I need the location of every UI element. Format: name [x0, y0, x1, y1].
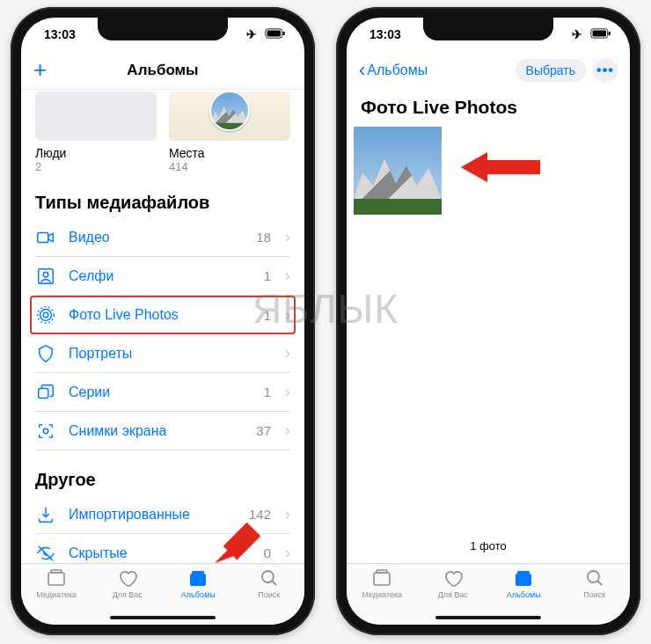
section-media-types: Типы медиафайлов	[35, 193, 290, 213]
airplane-icon: ✈︎	[572, 27, 582, 41]
chevron-right-icon: ›	[285, 267, 290, 285]
places-album[interactable]: Места 414	[169, 91, 290, 173]
hidden-icon	[35, 544, 56, 563]
section-other: Другое	[35, 470, 290, 490]
home-indicator	[435, 616, 541, 619]
svg-rect-27	[486, 160, 540, 174]
home-indicator	[110, 616, 216, 619]
back-button[interactable]: ‹ Альбомы	[359, 59, 428, 82]
row-label: Селфи	[69, 268, 252, 284]
places-title: Места	[169, 146, 290, 160]
svg-rect-3	[38, 232, 48, 242]
phone-left: 13:03 ✈︎ + Альбомы	[11, 7, 315, 635]
screen-right: 13:03 ✈︎ ‹ Альбомы	[347, 18, 630, 625]
annotation-arrow	[461, 145, 549, 193]
burst-icon	[35, 383, 56, 402]
navbar: + Альбомы	[21, 51, 304, 90]
svg-rect-4	[39, 268, 54, 283]
status-time: 13:03	[44, 27, 76, 41]
tab-label: Альбомы	[507, 590, 541, 599]
status-icons: ✈︎	[246, 27, 287, 41]
chevron-right-icon: ›	[285, 421, 290, 440]
add-button[interactable]: +	[33, 56, 47, 84]
svg-rect-24	[517, 571, 530, 574]
svg-rect-20	[609, 32, 611, 35]
status-icons: ✈︎	[572, 27, 612, 41]
svg-rect-12	[51, 570, 62, 573]
screenshot-icon	[35, 421, 56, 441]
row-label: Серии	[69, 384, 252, 400]
svg-rect-21	[374, 573, 390, 585]
select-button[interactable]: Выбрать	[516, 59, 586, 82]
row-bursts[interactable]: Серии 1 ›	[35, 373, 290, 412]
more-button[interactable]: •••	[593, 58, 618, 83]
status-time: 13:03	[369, 27, 401, 41]
row-count: 1	[264, 268, 271, 283]
tab-label: Для Вас	[438, 590, 468, 599]
row-screenshots[interactable]: Снимки экрана 37 ›	[35, 412, 290, 450]
navbar: ‹ Альбомы Выбрать •••	[347, 51, 630, 90]
tab-label: Альбомы	[181, 590, 216, 599]
tab-label: Поиск	[258, 590, 280, 599]
row-label: Видео	[69, 230, 244, 245]
battery-icon	[264, 27, 287, 41]
album-title: Фото Live Photos	[347, 90, 630, 127]
selfie-icon	[35, 267, 56, 286]
chevron-left-icon: ‹	[359, 59, 365, 82]
tab-search[interactable]: Поиск	[560, 567, 631, 625]
svg-point-7	[40, 310, 52, 321]
photo-thumbnail[interactable]	[354, 127, 442, 215]
airplane-icon: ✈︎	[246, 27, 257, 41]
svg-point-10	[43, 428, 48, 434]
portrait-icon	[35, 344, 56, 363]
row-live-photos[interactable]: Фото Live Photos 1 ›	[35, 297, 290, 333]
row-label: Снимки экрана	[69, 423, 244, 439]
row-label: Фото Live Photos	[69, 307, 252, 323]
places-count: 414	[169, 160, 290, 173]
tab-label: Медиатека	[36, 590, 77, 599]
phone-right: 13:03 ✈︎ ‹ Альбомы	[336, 7, 640, 635]
nav-title: Альбомы	[127, 62, 198, 79]
tab-label: Для Вас	[113, 590, 143, 599]
row-highlight: Фото Live Photos 1 ›	[30, 296, 296, 334]
svg-rect-23	[516, 574, 531, 586]
svg-rect-1	[267, 31, 281, 37]
row-count: 18	[256, 230, 271, 245]
live-photos-icon	[35, 305, 56, 325]
svg-marker-26	[461, 152, 487, 182]
tab-library[interactable]: Медиатека	[21, 567, 92, 625]
people-title: Люди	[35, 146, 157, 160]
row-count: 1	[264, 384, 271, 399]
photo-count: 1 фото	[347, 532, 630, 563]
smart-albums-row: Люди 2 Места 414	[35, 91, 290, 173]
chevron-right-icon: ›	[285, 383, 290, 401]
chevron-right-icon: ›	[285, 344, 290, 362]
row-count: 37	[256, 423, 271, 438]
svg-rect-11	[48, 573, 64, 585]
svg-rect-22	[377, 570, 387, 573]
notch	[423, 18, 553, 40]
row-selfie[interactable]: Селфи 1 ›	[35, 257, 290, 296]
video-icon	[35, 228, 56, 247]
svg-point-25	[588, 571, 599, 582]
svg-rect-9	[39, 388, 48, 398]
battery-icon	[589, 27, 612, 41]
row-portraits[interactable]: Портреты ›	[35, 334, 290, 373]
svg-rect-2	[283, 32, 285, 35]
row-count: 1	[264, 308, 271, 323]
row-label: Портреты	[69, 346, 259, 362]
ellipsis-icon: •••	[596, 62, 614, 78]
chevron-right-icon: ›	[285, 505, 290, 523]
row-video[interactable]: Видео 18 ›	[35, 218, 290, 257]
svg-point-6	[43, 312, 48, 318]
svg-point-5	[43, 272, 48, 277]
import-icon	[35, 505, 56, 524]
tab-library[interactable]: Медиатека	[347, 567, 418, 625]
screen-left: 13:03 ✈︎ + Альбомы	[21, 18, 304, 625]
tab-label: Поиск	[583, 590, 605, 599]
people-count: 2	[35, 160, 157, 173]
svg-rect-19	[593, 31, 606, 37]
tab-label: Медиатека	[362, 590, 402, 599]
people-album[interactable]: Люди 2	[35, 91, 157, 173]
chevron-right-icon: ›	[285, 228, 290, 246]
